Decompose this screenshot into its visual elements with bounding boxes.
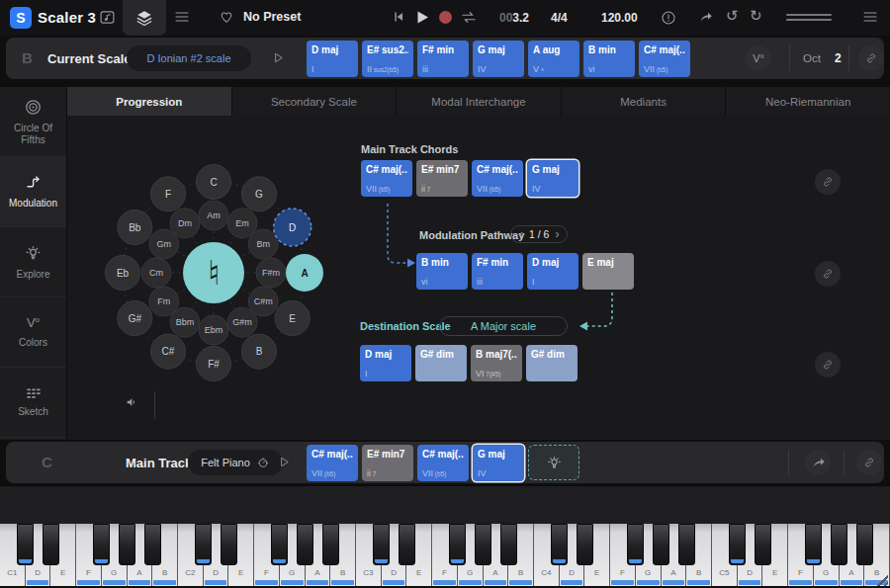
piano-key-black[interactable]: [729, 524, 746, 565]
preset-name[interactable]: No Preset: [243, 10, 301, 24]
chord-chip[interactable]: G majIV: [473, 41, 524, 77]
suggest-chord-button[interactable]: [528, 445, 579, 480]
tempo-value[interactable]: 120.00: [601, 11, 638, 25]
piano-key-black[interactable]: [297, 524, 313, 565]
skip-back-button[interactable]: [392, 10, 405, 24]
octave-value[interactable]: 2: [835, 51, 842, 65]
bind-pathway-icon[interactable]: [815, 261, 841, 287]
time-signature[interactable]: 4/4: [551, 11, 568, 25]
redo-icon[interactable]: ↻: [750, 7, 762, 25]
piano-key-black[interactable]: [627, 524, 644, 565]
chord-chip[interactable]: F# miniii: [417, 41, 469, 77]
chord-name: G# dim: [531, 349, 573, 360]
sidebar-item-label: Circle Of Fifths: [6, 123, 61, 146]
scale-note-marker: [553, 559, 566, 563]
sidebar-item-circle-of-fifths[interactable]: Circle Of Fifths: [0, 87, 66, 157]
piano-key-black[interactable]: [373, 524, 390, 565]
piano-key-black[interactable]: [221, 524, 237, 565]
piano-key-label: E: [762, 568, 787, 577]
tab-modal-interchange[interactable]: Modal Interchange: [397, 87, 562, 116]
scale-note-marker: [629, 559, 642, 563]
piano-key-black[interactable]: [577, 524, 593, 565]
chord-chip[interactable]: G majIV: [473, 445, 524, 481]
piano-key-label: E: [50, 568, 75, 577]
chord-name: G maj: [478, 44, 519, 55]
piano-key-black[interactable]: [831, 524, 847, 565]
scale-note-marker: [103, 580, 126, 585]
piano-key-label: E: [584, 568, 609, 577]
voicing-button[interactable]: V°: [746, 45, 771, 71]
piano-key-black[interactable]: [500, 524, 517, 565]
main-menu-icon[interactable]: [862, 10, 878, 24]
chord-chip[interactable]: G# dim: [526, 345, 578, 381]
piano-key-black[interactable]: [271, 524, 288, 565]
chord-chip[interactable]: C# maj(...VII (b5): [307, 445, 358, 481]
piano-key-black[interactable]: [856, 524, 873, 565]
tab-neo-riemannian[interactable]: Neo-Riemannian: [726, 87, 890, 116]
scale-note-marker: [807, 559, 820, 563]
piano-key-label: B: [508, 568, 533, 577]
piano-key-black[interactable]: [653, 524, 669, 565]
bind-destination-icon[interactable]: [815, 352, 841, 378]
sidebar-item-modulation[interactable]: Modulation: [0, 157, 66, 227]
piano-key-black[interactable]: [805, 524, 822, 565]
chord-chip[interactable]: B maj7(...VI 7(#5): [471, 345, 522, 381]
chord-chip[interactable]: D majI: [307, 41, 358, 77]
export-track-icon[interactable]: [805, 450, 831, 475]
chord-name: F# min: [422, 44, 464, 55]
bind-midi-icon[interactable]: [858, 45, 884, 71]
chord-chip[interactable]: C# maj(...VII (b5): [639, 41, 690, 77]
tab-progression[interactable]: Progression: [67, 87, 232, 116]
piano-key-black[interactable]: [678, 524, 695, 565]
piano-key-black[interactable]: [43, 524, 59, 565]
chord-numeral: I: [312, 64, 314, 74]
play-button[interactable]: [413, 8, 431, 27]
chord-chip[interactable]: D majI: [360, 345, 411, 381]
sidebar-item-sketch[interactable]: Sketch: [0, 368, 66, 438]
chord-numeral: IV: [478, 64, 487, 74]
browse-presets-icon[interactable]: [99, 9, 116, 26]
sidebar-item-explore[interactable]: Explore: [0, 227, 66, 297]
export-arrow-icon[interactable]: [698, 10, 713, 25]
piano-key-label: G: [814, 568, 839, 577]
scale-note-marker: [687, 580, 710, 585]
piano-key-black[interactable]: [755, 524, 771, 565]
chord-chip[interactable]: G# dim: [415, 345, 467, 381]
tab-secondary-scale[interactable]: Secondary Scale: [232, 87, 398, 116]
tab-mediants[interactable]: Mediants: [562, 87, 727, 116]
piano-key-black[interactable]: [322, 524, 339, 565]
loop-icon[interactable]: [460, 10, 478, 25]
bind-track-icon[interactable]: [856, 450, 882, 475]
piano-key-black[interactable]: [551, 524, 568, 565]
favorite-heart-icon[interactable]: [219, 9, 234, 25]
piano-key-black[interactable]: [475, 524, 491, 565]
piano-key-black[interactable]: [17, 524, 34, 565]
tab-main-view[interactable]: [123, 0, 166, 36]
top-bar: S Scaler 3 No Preset 003.2 4/4 120.00 ↺ …: [0, 0, 890, 36]
piano-key-label: B: [330, 568, 355, 577]
chord-name: D maj: [365, 349, 406, 360]
chord-numeral: I: [365, 369, 368, 378]
piano-key-black[interactable]: [119, 524, 135, 565]
undo-icon[interactable]: ↺: [726, 7, 739, 25]
chord-chip[interactable]: E# min7ii 7: [362, 445, 413, 481]
window-resize-handle[interactable]: [786, 11, 832, 24]
piano-key-label: F: [254, 568, 279, 577]
piano-key-black[interactable]: [399, 524, 415, 565]
piano-key-black[interactable]: [449, 524, 466, 565]
chord-chip[interactable]: E# sus2...II sus2(b5): [362, 41, 413, 77]
chord-chip[interactable]: A augV +: [528, 41, 579, 77]
modulation-tabs: ProgressionSecondary ScaleModal Intercha…: [67, 87, 890, 116]
chord-chip[interactable]: C# maj(...VII (b5): [417, 445, 469, 481]
bind-main-chords-icon[interactable]: [815, 169, 841, 195]
record-button[interactable]: [439, 11, 452, 24]
chord-chip[interactable]: B minvi: [583, 41, 635, 77]
piano-key-black[interactable]: [195, 524, 212, 565]
info-icon[interactable]: [661, 10, 676, 26]
sidebar-item-colors[interactable]: VoColors: [0, 297, 66, 368]
piano-key-black[interactable]: [93, 524, 110, 565]
explore-icon: [24, 244, 43, 263]
piano-keyboard: C1DEFGABC2DEFGABC3DEFGABC4DEFGABC5DEFGAB: [0, 524, 890, 588]
piano-key-black[interactable]: [144, 524, 161, 565]
list-view-icon[interactable]: [174, 10, 190, 24]
